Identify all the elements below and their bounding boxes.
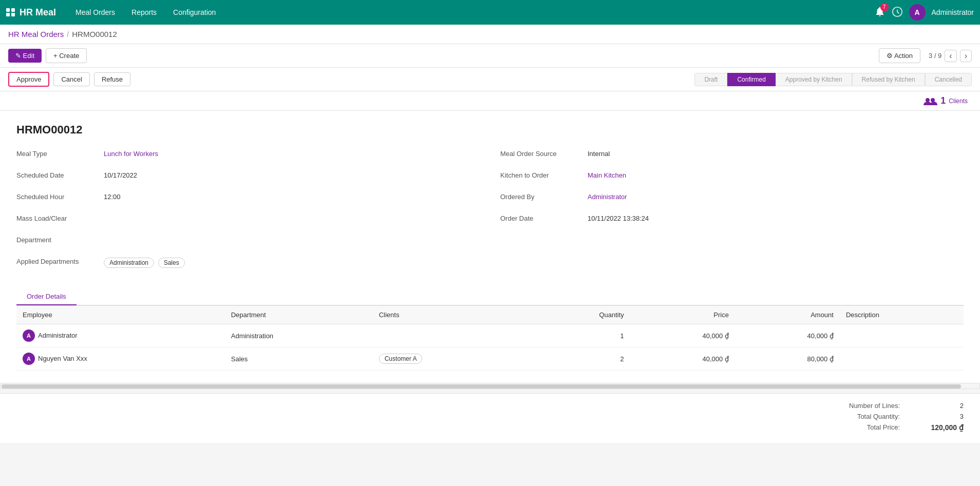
pagination-text: 3 / 9: [929, 52, 941, 60]
num-lines-value: 2: [912, 402, 964, 410]
applied-departments-label: Applied Departments: [16, 257, 104, 265]
cell-description: [840, 324, 964, 347]
department-row: Department: [16, 235, 469, 249]
topnav-menu: Meal Orders Reports Configuration: [68, 5, 870, 20]
kitchen-to-order-label: Kitchen to Order: [500, 170, 588, 179]
ordered-by-value[interactable]: Administrator: [588, 192, 964, 201]
next-page-button[interactable]: ›: [960, 50, 972, 62]
status-approved-kitchen: Approved by Kitchen: [776, 73, 852, 86]
mass-load-label: Mass Load/Clear: [16, 213, 104, 222]
cell-clients: [373, 324, 530, 347]
menu-reports[interactable]: Reports: [124, 5, 164, 20]
menu-meal-orders[interactable]: Meal Orders: [68, 5, 122, 20]
ordered-by-row: Ordered By Administrator: [500, 192, 964, 206]
action-bar: Approve Cancel Refuse Draft Confirmed Ap…: [0, 68, 980, 91]
status-circle-icon: [892, 6, 903, 19]
ordered-by-label: Ordered By: [500, 192, 588, 201]
status-refused-kitchen: Refused by Kitchen: [852, 73, 925, 86]
cell-clients: Customer A: [373, 347, 530, 371]
scheduled-hour-row: Scheduled Hour 12:00: [16, 192, 469, 206]
status-confirmed: Confirmed: [727, 73, 775, 86]
cancel-action-button[interactable]: Cancel: [53, 72, 89, 86]
meal-type-label: Meal Type: [16, 149, 104, 158]
department-label: Department: [16, 235, 104, 244]
table-row: ANguyen Van XxxSalesCustomer A240,000 ₫8…: [16, 347, 964, 371]
horizontal-scrollbar[interactable]: [0, 383, 980, 389]
mass-load-value: [104, 213, 469, 215]
order-table: Employee Department Clients Quantity Pri…: [16, 305, 964, 371]
cell-department: Sales: [225, 347, 373, 371]
cell-quantity: 2: [530, 347, 630, 371]
edit-button[interactable]: ✎ Edit: [8, 49, 42, 63]
prev-page-button[interactable]: ‹: [945, 50, 956, 62]
approve-button[interactable]: Approve: [8, 72, 49, 87]
clients-bar: 1 Clients: [0, 91, 980, 111]
action-button[interactable]: ⚙ Action: [879, 48, 920, 63]
order-date-row: Order Date 10/11/2022 13:38:24: [500, 213, 964, 228]
breadcrumb-separator: /: [67, 30, 69, 38]
create-button[interactable]: + Create: [46, 48, 87, 63]
num-lines-row: Number of Lines: 2: [16, 402, 964, 410]
clients-label: Clients: [949, 98, 968, 105]
scroll-thumb: [2, 384, 961, 388]
th-clients: Clients: [373, 306, 530, 324]
svg-point-2: [931, 98, 935, 102]
form-right: Meal Order Source Internal Kitchen to Or…: [490, 149, 964, 278]
order-date-value: 10/11/2022 13:38:24: [588, 213, 964, 222]
kitchen-to-order-value[interactable]: Main Kitchen: [588, 170, 964, 179]
svg-point-1: [926, 98, 930, 102]
status-cancelled: Cancelled: [925, 73, 972, 86]
scheduled-hour-value: 12:00: [104, 192, 469, 201]
toolbar: ✎ Edit + Create ⚙ Action 3 / 9 ‹ ›: [0, 44, 980, 68]
breadcrumb-parent[interactable]: HR Meal Orders: [8, 30, 64, 38]
th-description: Description: [840, 306, 964, 324]
app-logo[interactable]: HR Meal: [6, 7, 56, 18]
tabs-bar: Order Details: [16, 288, 964, 305]
clients-badge[interactable]: 1 Clients: [923, 95, 968, 106]
admin-name: Administrator: [932, 8, 974, 16]
breadcrumb: HR Meal Orders / HRMO00012: [0, 25, 980, 44]
form-grid: Meal Type Lunch for Workers Scheduled Da…: [16, 149, 964, 278]
grid-icon: [6, 8, 15, 16]
tab-order-details[interactable]: Order Details: [16, 288, 77, 305]
main-content: HRMO00012 Meal Type Lunch for Workers Sc…: [0, 111, 980, 383]
refuse-button[interactable]: Refuse: [94, 72, 130, 86]
clients-count: 1: [940, 95, 946, 106]
th-amount: Amount: [735, 306, 840, 324]
avatar[interactable]: A: [909, 4, 926, 21]
total-price-label: Total Price:: [797, 423, 900, 432]
row-avatar: A: [23, 329, 35, 342]
applied-departments-value: Administration Sales: [104, 257, 469, 268]
notification-icon[interactable]: 7: [874, 6, 885, 19]
applied-departments-row: Applied Departments Administration Sales: [16, 257, 469, 271]
th-department: Department: [225, 306, 373, 324]
total-quantity-row: Total Quantity: 3: [16, 413, 964, 420]
row-avatar: A: [23, 353, 35, 365]
meal-type-row: Meal Type Lunch for Workers: [16, 149, 469, 163]
th-quantity: Quantity: [530, 306, 630, 324]
th-price: Price: [630, 306, 735, 324]
scheduled-hour-label: Scheduled Hour: [16, 192, 104, 201]
cell-amount: 80,000 ₫: [735, 347, 840, 371]
scheduled-date-label: Scheduled Date: [16, 170, 104, 179]
meal-order-source-value: Internal: [588, 149, 964, 158]
dept-tag-administration: Administration: [104, 258, 154, 268]
kitchen-to-order-row: Kitchen to Order Main Kitchen: [500, 170, 964, 185]
cell-description: [840, 347, 964, 371]
breadcrumb-current: HRMO00012: [72, 30, 117, 38]
num-lines-label: Number of Lines:: [797, 402, 900, 410]
cell-quantity: 1: [530, 324, 630, 347]
total-quantity-label: Total Quantity:: [797, 413, 900, 420]
client-tag: Customer A: [379, 354, 423, 364]
total-price-value: 120,000 ₫: [912, 423, 964, 432]
record-title: HRMO00012: [16, 123, 964, 137]
cell-employee: ANguyen Van Xxx: [16, 347, 225, 371]
status-draft: Draft: [694, 73, 727, 86]
meal-type-value[interactable]: Lunch for Workers: [104, 149, 469, 158]
menu-configuration[interactable]: Configuration: [166, 5, 223, 20]
notif-badge: 7: [880, 3, 889, 11]
topnav-right: 7 A Administrator: [874, 4, 974, 21]
total-quantity-value: 3: [912, 413, 964, 420]
cell-price: 40,000 ₫: [630, 324, 735, 347]
form-left: Meal Type Lunch for Workers Scheduled Da…: [16, 149, 490, 278]
